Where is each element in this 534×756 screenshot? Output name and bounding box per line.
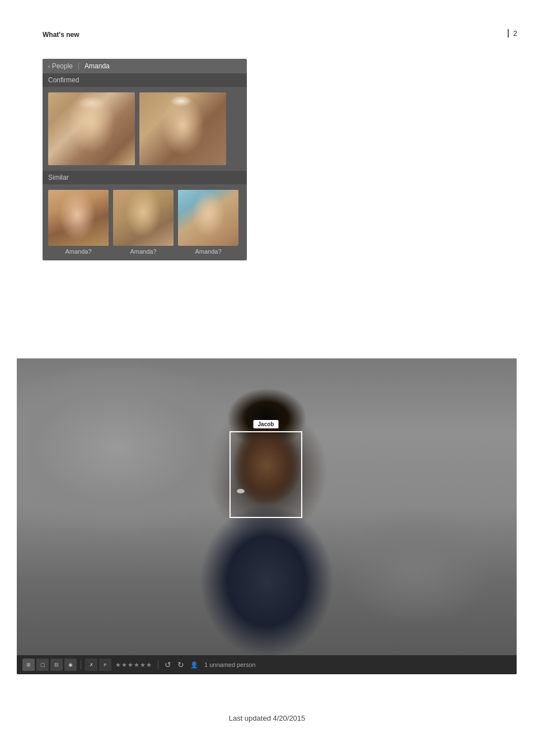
- reject-button[interactable]: ✗: [85, 659, 97, 671]
- toolbar-separator-1: [81, 660, 81, 669]
- single-view-icon: ▢: [40, 662, 45, 668]
- header-divider: [78, 62, 79, 70]
- confirmed-section-label: Confirmed: [43, 73, 247, 87]
- confirmed-photos-grid: [43, 87, 247, 171]
- single-view-button[interactable]: ▢: [36, 659, 49, 671]
- similar-photo-3[interactable]: [178, 190, 238, 246]
- rotate-right-button[interactable]: ↻: [175, 659, 186, 670]
- grid-view-button[interactable]: ⊞: [22, 659, 35, 671]
- last-updated-label: Last updated 4/20/2015: [229, 714, 306, 722]
- similar-photo-1[interactable]: [48, 190, 109, 246]
- star-6[interactable]: ★: [146, 661, 152, 669]
- whats-new-label: What's new: [43, 31, 79, 39]
- info-view-icon: ◉: [68, 662, 73, 668]
- face-label-tag: Jacob: [254, 420, 279, 428]
- star-1[interactable]: ★: [115, 661, 121, 669]
- footer: Last updated 4/20/2015: [0, 714, 534, 722]
- similar-label-1: Amanda?: [65, 248, 91, 255]
- confirmed-photo-2[interactable]: [139, 92, 226, 165]
- similar-item-2: Amanda?: [113, 190, 174, 255]
- compare-view-button[interactable]: ⊟: [50, 659, 63, 671]
- page-number: 2: [508, 29, 517, 38]
- star-rating[interactable]: ★ ★ ★ ★ ★ ★: [115, 661, 152, 669]
- similar-photos-grid: Amanda? Amanda? Amanda?: [43, 184, 247, 260]
- rotate-right-icon: ↻: [177, 660, 184, 669]
- info-view-button[interactable]: ◉: [64, 659, 77, 671]
- confirmed-photo-1[interactable]: [48, 92, 135, 165]
- back-to-people-button[interactable]: ‹ People: [48, 62, 73, 70]
- back-chevron-icon: ‹: [48, 63, 50, 69]
- unnamed-person-label: 1 unnamed person: [204, 661, 256, 668]
- people-panel: ‹ People Amanda Confirmed Similar Amanda…: [43, 59, 247, 260]
- photo-viewer-panel: Jacob ⊞ ▢ ⊟ ◉ ✗ P ★ ★ ★ ★ ★: [17, 358, 517, 674]
- star-2[interactable]: ★: [121, 661, 127, 669]
- similar-label-3: Amanda?: [195, 248, 221, 255]
- person-tag-icon: 👤: [190, 661, 198, 669]
- reject-icon: ✗: [90, 662, 93, 668]
- star-4[interactable]: ★: [134, 661, 139, 669]
- similar-section-label: Similar: [43, 171, 247, 184]
- similar-item-1: Amanda?: [48, 190, 109, 255]
- flag-icon: P: [104, 662, 106, 668]
- current-person-tab[interactable]: Amanda: [85, 62, 110, 70]
- toolbar-separator-2: [158, 660, 158, 669]
- compare-view-icon: ⊟: [54, 662, 59, 668]
- star-5[interactable]: ★: [140, 661, 146, 669]
- similar-item-3: Amanda?: [178, 190, 238, 255]
- star-3[interactable]: ★: [128, 661, 133, 669]
- grid-view-icon: ⊞: [26, 662, 31, 668]
- photo-viewer-image[interactable]: Jacob: [17, 358, 517, 655]
- rotate-left-button[interactable]: ↺: [162, 659, 174, 670]
- similar-label-2: Amanda?: [130, 248, 156, 255]
- similar-photo-2[interactable]: [113, 190, 174, 246]
- photo-viewer-toolbar: ⊞ ▢ ⊟ ◉ ✗ P ★ ★ ★ ★ ★ ★ ↺: [17, 655, 517, 674]
- panel-header: ‹ People Amanda: [43, 59, 247, 73]
- flag-button[interactable]: P: [99, 659, 111, 671]
- face-detection-box[interactable]: Jacob: [229, 431, 302, 518]
- back-people-label: People: [52, 62, 73, 70]
- person-tag-button[interactable]: 👤: [188, 660, 200, 670]
- rotate-left-icon: ↺: [165, 660, 171, 669]
